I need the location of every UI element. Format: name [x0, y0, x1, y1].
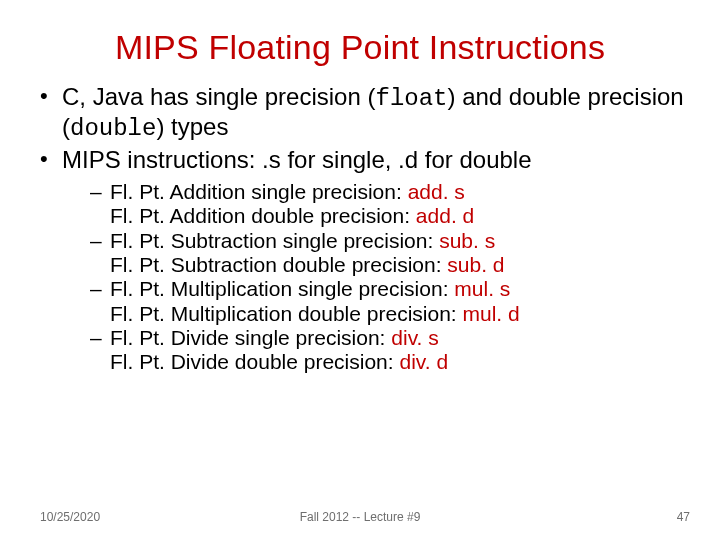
text: Fl. Pt. Multiplication single precision: [110, 277, 454, 300]
opcode: mul. d [463, 302, 520, 325]
sub-bullet-list: Fl. Pt. Addition single precision: add. … [62, 180, 684, 375]
text: C, Java has single precision ( [62, 83, 375, 110]
text: Fl. Pt. Addition double precision: [110, 204, 416, 227]
text: ) types [156, 113, 228, 140]
bullet-item: MIPS instructions: .s for single, .d for… [36, 146, 684, 375]
code-double: double [70, 115, 156, 142]
sub-line: Fl. Pt. Divide double precision: div. d [110, 350, 684, 374]
text: MIPS instructions: .s for single, .d for… [62, 146, 532, 173]
opcode: mul. s [454, 277, 510, 300]
text: Fl. Pt. Multiplication double precision: [110, 302, 463, 325]
bullet-list: C, Java has single precision (float) and… [36, 83, 684, 375]
slide-body: C, Java has single precision (float) and… [0, 73, 720, 375]
sub-line: Fl. Pt. Addition double precision: add. … [110, 204, 684, 228]
text: Fl. Pt. Divide double precision: [110, 350, 399, 373]
footer-page-number: 47 [677, 510, 690, 524]
text: Fl. Pt. Addition single precision: [110, 180, 408, 203]
text: Fl. Pt. Subtraction single precision: [110, 229, 439, 252]
sub-bullet-item: Fl. Pt. Subtraction single precision: su… [88, 229, 684, 278]
footer-center: Fall 2012 -- Lecture #9 [0, 510, 720, 524]
bullet-item: C, Java has single precision (float) and… [36, 83, 684, 144]
opcode: div. s [391, 326, 438, 349]
opcode: add. s [408, 180, 465, 203]
sub-line: Fl. Pt. Multiplication double precision:… [110, 302, 684, 326]
opcode: sub. s [439, 229, 495, 252]
slide: MIPS Floating Point Instructions C, Java… [0, 0, 720, 540]
opcode: sub. d [447, 253, 504, 276]
text: Fl. Pt. Subtraction double precision: [110, 253, 447, 276]
page-title: MIPS Floating Point Instructions [0, 0, 720, 73]
sub-bullet-item: Fl. Pt. Divide single precision: div. s … [88, 326, 684, 375]
text: Fl. Pt. Divide single precision: [110, 326, 391, 349]
opcode: add. d [416, 204, 474, 227]
sub-bullet-item: Fl. Pt. Addition single precision: add. … [88, 180, 684, 229]
opcode: div. d [399, 350, 448, 373]
sub-bullet-item: Fl. Pt. Multiplication single precision:… [88, 277, 684, 326]
code-float: float [375, 85, 447, 112]
sub-line: Fl. Pt. Subtraction double precision: su… [110, 253, 684, 277]
